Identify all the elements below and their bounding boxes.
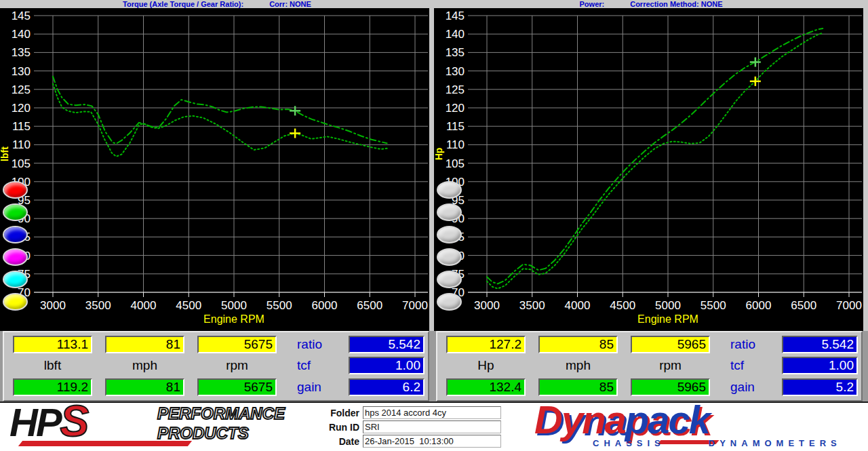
x-tick-label: 4000 [131,299,157,312]
x-tick-label: 7000 [402,299,428,312]
hps-logo: HPS PERFORMANCE PRODUCTS [0,403,319,451]
power-cursor-mph: 85 [538,336,618,353]
x-tick-label: 7000 [836,299,862,312]
x-tick-label: 4500 [176,299,201,312]
y-tick-label: 110 [12,138,31,151]
x-tick-label: 6000 [746,299,772,312]
x-tick-label: 6500 [357,299,382,312]
y-tick-label: 115 [12,120,31,133]
tcf-value: 1.00 [349,357,425,374]
torque-cursor-value: 113.1 [13,336,92,353]
y-tick-label: 140 [12,28,31,41]
torque-run-value: 119.2 [13,378,92,396]
power-cursor-rpm: 5965 [631,336,710,353]
ratio-value: 5.542 [782,336,858,353]
ratio-value: 5.542 [349,336,425,353]
power-run-button-5[interactable] [437,271,462,288]
x-tick-label: 3000 [474,299,500,312]
footer: HPS PERFORMANCE PRODUCTS Folder Run ID D… [0,401,868,451]
x-tick-label: 3000 [40,299,66,312]
torque-run-button-4[interactable] [3,248,28,266]
x-tick-label: 4500 [610,299,635,312]
torque-chart-panel[interactable]: 7075808590951001051101151201251301351401… [0,8,429,331]
x-tick-label: 6500 [791,299,816,312]
power-run-button-3[interactable] [437,226,462,243]
power-cursor-value: 127.2 [446,336,526,353]
dynapack-logo-text: Dynapack [534,397,709,442]
dynapack-logo: Dynapack CHASSIS DYNAMOMETERS [526,403,868,451]
folder-field[interactable] [363,406,501,419]
date-field[interactable] [363,435,501,448]
x-tick-label: 3500 [85,299,111,312]
power-readout-panel: 127.2 85 5965 ratio 5.542 Hp mph rpm tcf… [436,331,863,401]
y-tick-label: 130 [12,65,31,78]
y-tick-label: 145 [12,9,31,22]
power-plot[interactable]: 7075808590951001051101151201251301351401… [434,8,863,331]
mph-unit-label: mph [538,358,618,373]
y-tick-label: 130 [446,65,465,78]
torque-run-button-2[interactable] [3,203,28,221]
runid-label: Run ID [319,422,359,433]
y-tick-label: 120 [12,102,31,115]
x-tick-label: 6000 [312,299,338,312]
y-tick-label: 105 [12,157,31,170]
power-header-correction: Correction Method: NONE [630,0,722,8]
torque-unit-label: lbft [13,358,92,373]
chassis-dynamometers-text: CHASSIS DYNAMOMETERS [593,438,842,448]
power-run-mph: 85 [538,378,618,396]
date-label: Date [319,436,359,447]
tcf-label: tcf [730,358,778,373]
readouts-area: 113.1 81 5675 ratio 5.542 lbft mph rpm t… [0,331,868,401]
x-axis-title: Engine RPM [203,313,264,325]
gain-label: gain [730,380,778,395]
charts-area: 7075808590951001051101151201251301351401… [0,8,868,331]
runid-field[interactable] [363,420,501,433]
power-run-button-4[interactable] [437,248,462,266]
power-run-value: 132.4 [446,378,526,396]
torque-run-button-3[interactable] [3,226,28,243]
right-edge-strip [863,8,868,331]
power-chart-panel[interactable]: 7075808590951001051101151201251301351401… [434,8,863,331]
performance-products-text: PERFORMANCE PRODUCTS [157,404,285,444]
rpm-unit-label: rpm [631,358,710,373]
power-run-button-1[interactable] [437,181,462,199]
tcf-label: tcf [297,358,344,373]
x-tick-label: 5000 [221,299,247,312]
torque-run-button-1[interactable] [3,181,28,199]
y-tick-label: 125 [446,83,465,96]
torque-header-correction: Corr: NONE [269,0,311,8]
x-tick-label: 3500 [519,299,545,312]
x-tick-label: 5000 [655,299,681,312]
tcf-value: 1.00 [782,357,858,374]
y-tick-label: 135 [446,46,465,59]
curve-baseline_run [53,84,387,157]
y-tick-label: 110 [446,138,465,151]
power-run-button-2[interactable] [437,203,462,221]
torque-run-button-5[interactable] [3,271,28,288]
gain-value: 6.2 [349,378,425,396]
y-axis-title: lbft [0,146,10,161]
gain-value: 5.2 [782,378,858,396]
panel-divider [429,8,434,331]
torque-cursor-rpm: 5675 [197,336,277,353]
curve-sri_run [53,77,387,144]
torque-header-title: Torque (Axle Torque / Gear Ratio): [123,0,243,8]
torque-run-button-6[interactable] [3,293,28,311]
torque-run-rpm: 5675 [197,378,277,396]
torque-cursor-mph: 81 [105,336,184,353]
torque-plot[interactable]: 7075808590951001051101151201251301351401… [0,8,429,331]
mph-unit-label: mph [105,358,184,373]
power-run-button-6[interactable] [437,293,462,311]
power-header: Power: Correction Method: NONE [434,0,868,8]
power-run-rpm: 5965 [631,378,710,396]
x-axis-title: Engine RPM [637,313,698,325]
y-tick-label: 115 [446,120,465,133]
run-info-form: Folder Run ID Date [319,405,503,449]
gain-label: gain [297,380,344,395]
hps-logo-text: HPS [9,396,87,446]
y-tick-label: 120 [446,102,465,115]
curve-baseline_run [487,33,823,289]
torque-run-mph: 81 [105,378,184,396]
x-tick-label: 5500 [267,299,292,312]
y-axis-title: Hp [434,148,444,161]
